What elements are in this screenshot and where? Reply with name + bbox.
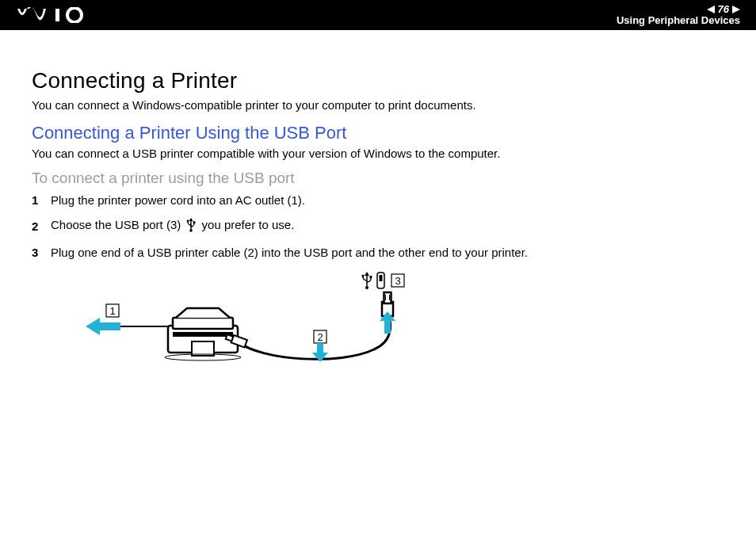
header-bar: 76 Using Peripheral Devices bbox=[0, 0, 756, 30]
svg-rect-30 bbox=[384, 319, 391, 334]
svg-point-4 bbox=[187, 220, 189, 223]
svg-point-11 bbox=[365, 286, 368, 289]
svg-marker-17 bbox=[86, 318, 100, 335]
page-number: 76 bbox=[718, 4, 729, 15]
page-intro: You can connect a Windows-compatible pri… bbox=[32, 98, 727, 112]
step-text: Plug one end of a USB printer cable (2) … bbox=[51, 246, 528, 259]
section-name: Using Peripheral Devices bbox=[617, 15, 740, 26]
steps-list: Plug the printer power cord into an AC o… bbox=[32, 193, 727, 259]
callout-1: 1 bbox=[109, 305, 115, 317]
svg-rect-0 bbox=[55, 9, 59, 21]
svg-rect-25 bbox=[226, 334, 234, 341]
usb-icon bbox=[185, 218, 197, 235]
svg-point-1 bbox=[67, 8, 82, 22]
step-text: Choose the USB port (3) bbox=[51, 218, 294, 235]
next-page-icon[interactable] bbox=[732, 6, 740, 13]
printer-diagram: 3 1 bbox=[79, 270, 727, 384]
svg-marker-8 bbox=[365, 272, 369, 276]
pager: 76 bbox=[707, 4, 740, 15]
section-heading-blue: Connecting a Printer Using the USB Port bbox=[32, 123, 727, 143]
step-item: Choose the USB port (3) bbox=[32, 218, 727, 235]
page-content: Connecting a Printer You can connect a W… bbox=[0, 30, 756, 384]
svg-marker-3 bbox=[189, 218, 193, 221]
callout-3: 3 bbox=[395, 275, 400, 287]
svg-rect-10 bbox=[369, 276, 372, 278]
callout-2: 2 bbox=[317, 331, 323, 343]
svg-rect-33 bbox=[317, 343, 323, 354]
svg-rect-27 bbox=[384, 292, 391, 303]
svg-rect-22 bbox=[192, 341, 214, 356]
svg-point-9 bbox=[361, 274, 364, 277]
vaio-logo bbox=[17, 7, 94, 23]
svg-rect-21 bbox=[173, 332, 233, 337]
svg-point-6 bbox=[190, 229, 193, 232]
svg-marker-34 bbox=[312, 353, 328, 362]
step-text: Plug the printer power cord into an AC o… bbox=[51, 193, 305, 207]
svg-rect-20 bbox=[173, 318, 233, 329]
prev-page-icon[interactable] bbox=[707, 6, 715, 13]
page-title: Connecting a Printer bbox=[32, 68, 727, 93]
svg-rect-16 bbox=[100, 322, 120, 330]
section-heading-grey: To connect a printer using the USB port bbox=[32, 170, 727, 187]
step-item: Plug one end of a USB printer cable (2) … bbox=[32, 246, 727, 259]
section-intro: You can connect a USB printer compatible… bbox=[32, 147, 727, 160]
svg-rect-5 bbox=[193, 221, 196, 223]
step-item: Plug the printer power cord into an AC o… bbox=[32, 193, 727, 207]
svg-rect-13 bbox=[380, 275, 383, 281]
